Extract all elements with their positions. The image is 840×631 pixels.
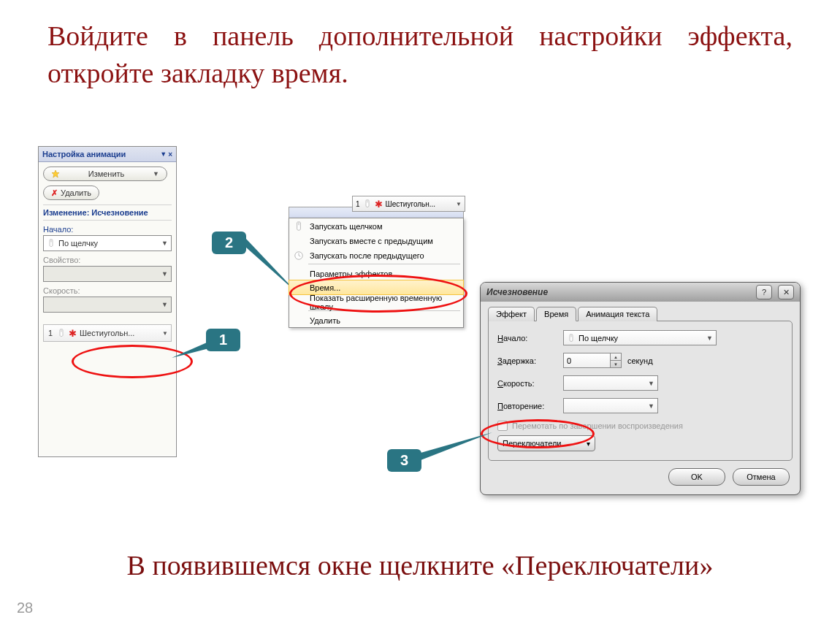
mouse-icon bbox=[363, 199, 372, 208]
animation-list-item[interactable]: 1 ✱ Шестиугольн... ▼ bbox=[43, 324, 172, 342]
chevron-down-icon: ▼ bbox=[648, 402, 654, 410]
mouse-icon bbox=[47, 239, 56, 248]
chevron-down-icon: ▼ bbox=[706, 334, 713, 342]
instruction-text-bottom: В появившемся окне щелкните «Переключате… bbox=[22, 549, 818, 581]
tab-text-animation[interactable]: Анимация текста bbox=[578, 307, 657, 321]
help-button[interactable]: ? bbox=[756, 285, 772, 299]
ctx-effect-options[interactable]: Параметры эффектов... bbox=[289, 266, 463, 280]
ctx-label: Удалить bbox=[310, 316, 340, 325]
chevron-down-icon: ▼ bbox=[161, 240, 168, 247]
checkbox-icon bbox=[497, 421, 508, 431]
callout-number: 3 bbox=[400, 452, 408, 468]
callout-2: 2 bbox=[212, 232, 246, 254]
svg-marker-3 bbox=[172, 340, 212, 358]
delete-label: Удалить bbox=[61, 188, 91, 197]
dialog-title: Исчезновение bbox=[486, 287, 548, 297]
task-pane-titlebar: Настройка анимации ▼ × bbox=[39, 147, 176, 162]
dlg-delay-spinner[interactable]: ▲▼ bbox=[611, 353, 622, 368]
task-pane-title: Настройка анимации bbox=[42, 150, 126, 158]
mouse-icon bbox=[567, 334, 576, 343]
ctx-show-timeline[interactable]: Показать расширенную временную шкалу bbox=[289, 294, 463, 309]
change-effect-button[interactable]: Изменить ▼ bbox=[43, 167, 167, 181]
ctx-label: Время... bbox=[310, 283, 340, 292]
callout-3: 3 bbox=[387, 449, 421, 472]
chevron-down-icon[interactable]: ▼ bbox=[162, 330, 168, 337]
ctx-label: Параметры эффектов... bbox=[310, 269, 400, 278]
callout-number: 1 bbox=[219, 332, 227, 348]
tab-timing[interactable]: Время bbox=[536, 307, 576, 321]
x-icon: ✗ bbox=[51, 188, 58, 198]
svg-marker-9 bbox=[421, 432, 492, 460]
anim-name: Шестиугольн... bbox=[80, 329, 134, 337]
instruction-text-top: Войдите в панель дополнительной настройк… bbox=[47, 18, 793, 93]
dlg-rewind-label: Перемотать по завершении воспроизведения bbox=[512, 421, 683, 430]
timing-dialog: Исчезновение ? ✕ Эффект Время Анимация т… bbox=[480, 282, 801, 495]
context-menu: Запускать щелчком Запускать вместе с пре… bbox=[289, 218, 464, 328]
context-menu-area: 1 ✱ Шестиугольн... ▼ Запускать щелчком З… bbox=[289, 207, 464, 328]
effect-star-icon: ✱ bbox=[375, 199, 383, 209]
dlg-delay-input[interactable]: 0 bbox=[563, 353, 611, 368]
close-icon[interactable]: × bbox=[168, 150, 172, 158]
delete-effect-button[interactable]: ✗ Удалить bbox=[43, 186, 99, 200]
close-button[interactable]: ✕ bbox=[778, 285, 794, 299]
dialog-body: Начало: По щелчку ▼ Задержка: 0 ▲▼ секун… bbox=[488, 321, 793, 461]
start-combo[interactable]: По щелчку ▼ bbox=[43, 235, 172, 251]
chevron-down-icon: ▼ bbox=[153, 170, 159, 177]
dropdown-icon[interactable]: ▼ bbox=[160, 150, 167, 158]
context-anim-row[interactable]: 1 ✱ Шестиугольн... ▼ bbox=[352, 196, 465, 212]
change-label: Изменить bbox=[63, 169, 150, 178]
anim-index: 1 bbox=[47, 329, 54, 337]
ctx-remove[interactable]: Удалить bbox=[289, 313, 463, 327]
dlg-start-label: Начало: bbox=[497, 334, 563, 343]
svg-marker-0 bbox=[52, 170, 59, 177]
cancel-button[interactable]: Отмена bbox=[733, 468, 790, 486]
ctx-label: Показать расширенную временную шкалу bbox=[310, 294, 457, 311]
speed-combo: ▼ bbox=[43, 297, 172, 313]
callout-number: 2 bbox=[225, 234, 233, 251]
mouse-icon bbox=[294, 221, 304, 232]
dlg-repeat-combo[interactable]: ▼ bbox=[563, 398, 658, 413]
ctx-index: 1 bbox=[356, 200, 360, 208]
animation-task-pane: Настройка анимации ▼ × Изменить ▼ ✗ Удал… bbox=[38, 146, 177, 457]
triggers-button[interactable]: Переключатели ▾ bbox=[497, 435, 595, 451]
tab-effect[interactable]: Эффект bbox=[488, 307, 535, 321]
dialog-titlebar: Исчезновение ? ✕ bbox=[481, 283, 800, 302]
ctx-start-click[interactable]: Запускать щелчком bbox=[289, 218, 463, 233]
dlg-speed-label: Скорость: bbox=[497, 379, 563, 388]
dlg-repeat-label: Повторение: bbox=[497, 402, 563, 410]
clock-icon bbox=[294, 251, 304, 261]
dlg-delay-label: Задержка: bbox=[497, 356, 563, 365]
dialog-tabs: Эффект Время Анимация текста bbox=[481, 302, 800, 321]
start-value: По щелчку bbox=[58, 239, 98, 248]
chevron-down-icon: ▼ bbox=[161, 301, 168, 308]
dlg-rewind-checkbox[interactable]: Перемотать по завершении воспроизведения bbox=[497, 421, 783, 431]
ctx-anim-name: Шестиугольн... bbox=[386, 200, 436, 208]
ctx-label: Запускать вместе с предыдущим bbox=[310, 237, 433, 245]
expand-icon: ▾ bbox=[587, 440, 590, 448]
ctx-label: Запускать после предыдущего bbox=[310, 251, 424, 260]
ok-button[interactable]: OK bbox=[668, 468, 725, 486]
dlg-delay-unit: секунд bbox=[627, 356, 653, 365]
chevron-down-icon: ▼ bbox=[648, 380, 654, 387]
callout-3-tail bbox=[421, 431, 494, 460]
chevron-down-icon: ▼ bbox=[161, 270, 168, 278]
star-icon bbox=[51, 169, 60, 178]
property-combo: ▼ bbox=[43, 266, 172, 282]
effect-section-header: Изменение: Исчезновение bbox=[43, 204, 172, 221]
ctx-start-with[interactable]: Запускать вместе с предыдущим bbox=[289, 233, 463, 248]
ctx-label: Запускать щелчком bbox=[310, 222, 383, 231]
chevron-down-icon: ▼ bbox=[456, 201, 462, 207]
page-number: 28 bbox=[17, 600, 33, 616]
callout-1-tail bbox=[172, 336, 212, 359]
mouse-icon bbox=[57, 329, 66, 337]
effect-star-icon: ✱ bbox=[69, 329, 77, 338]
dlg-delay-value: 0 bbox=[567, 356, 571, 365]
start-label: Начало: bbox=[43, 225, 172, 234]
speed-label: Скорость: bbox=[43, 286, 172, 295]
property-label: Свойство: bbox=[43, 256, 172, 264]
dlg-start-combo[interactable]: По щелчку ▼ bbox=[563, 330, 717, 345]
ctx-start-after[interactable]: Запускать после предыдущего bbox=[289, 248, 463, 262]
dlg-start-value: По щелчку bbox=[579, 334, 618, 343]
dlg-speed-combo[interactable]: ▼ bbox=[563, 375, 658, 391]
